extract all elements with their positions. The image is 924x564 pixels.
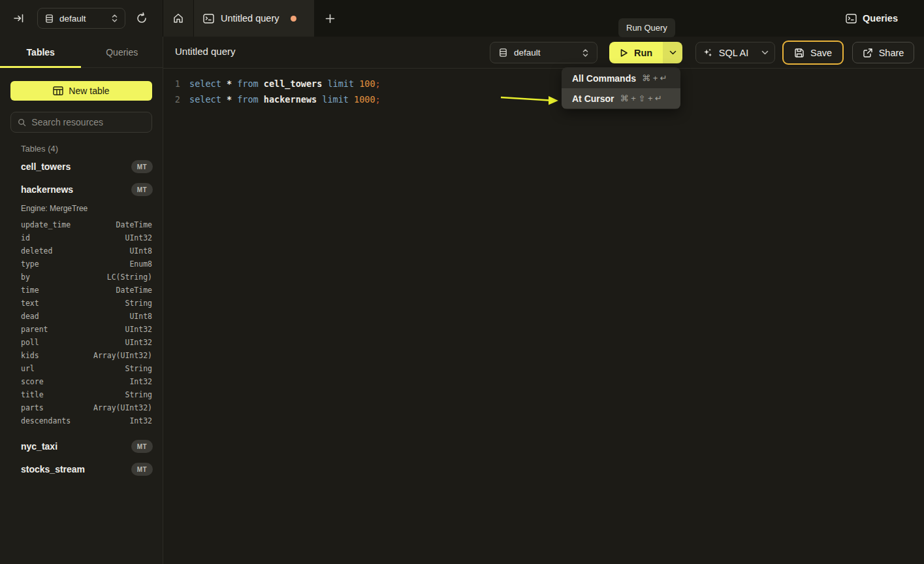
table-row-cell_towers[interactable]: cell_towersMT <box>0 156 163 177</box>
queries-label: Queries <box>863 13 898 24</box>
save-label: Save <box>810 48 832 58</box>
column-name: id <box>21 233 125 242</box>
column-row: descendantsInt32 <box>0 414 163 427</box>
run-options-menu: All Commands⌘ + ↵At Cursor⌘ + ⇧ + ↵ <box>562 67 680 109</box>
column-row: pollUInt32 <box>0 336 163 349</box>
line-number: 1 <box>163 76 180 91</box>
tab-label: Untitled query <box>221 13 279 24</box>
menu-item-all-commands[interactable]: All Commands⌘ + ↵ <box>562 68 680 88</box>
column-name: type <box>21 259 129 269</box>
column-row: deletedUInt8 <box>0 244 163 257</box>
column-type: UInt8 <box>129 312 152 321</box>
sql-ai-options-button[interactable] <box>755 42 774 63</box>
chevron-down-icon <box>761 50 769 55</box>
column-name: deleted <box>21 246 129 256</box>
table-name: cell_towers <box>21 161 131 172</box>
menu-item-at-cursor[interactable]: At Cursor⌘ + ⇧ + ↵ <box>562 88 680 108</box>
share-button[interactable]: Share <box>852 42 914 63</box>
menu-item-label: At Cursor <box>572 93 614 104</box>
column-name: time <box>21 286 116 295</box>
new-tab-button[interactable] <box>314 0 345 37</box>
sql-ai-label: SQL AI <box>719 48 748 58</box>
table-row-stocks_stream[interactable]: stocks_streamMT <box>0 459 163 480</box>
database-selector-value: default <box>59 14 106 24</box>
search-box[interactable] <box>10 112 152 133</box>
chevron-down-icon <box>669 50 677 55</box>
query-toolbar: Untitled query default Run <box>163 37 924 69</box>
sql-console: default <box>0 0 924 564</box>
updown-chevron-icon <box>111 14 118 23</box>
search-icon <box>18 118 26 127</box>
database-icon <box>498 48 508 58</box>
queries-terminal-icon <box>846 14 857 24</box>
table-row-hackernews[interactable]: hackernewsMT <box>0 179 163 200</box>
updown-chevron-icon <box>582 48 589 58</box>
database-selector-top[interactable]: default <box>37 8 125 29</box>
save-button[interactable]: Save <box>782 41 844 65</box>
column-type: DateTime <box>116 220 152 229</box>
column-row: titleString <box>0 388 163 401</box>
search-input[interactable] <box>31 117 145 127</box>
column-row: deadUInt8 <box>0 310 163 323</box>
column-name: text <box>21 299 125 308</box>
engine-badge: MT <box>131 183 153 196</box>
active-tab-underline <box>0 66 81 68</box>
tab-strip: Untitled query <box>163 0 924 37</box>
table-grid-icon <box>53 86 63 95</box>
column-row: partsArray(UInt32) <box>0 401 163 414</box>
table-engine-label: Engine: MergeTree <box>0 200 163 218</box>
column-name: descendants <box>21 416 129 425</box>
column-row: parentUInt32 <box>0 323 163 336</box>
sparkles-icon <box>703 48 713 58</box>
column-row: scoreInt32 <box>0 375 163 388</box>
tab-untitled-query[interactable]: Untitled query <box>194 0 314 37</box>
column-name: kids <box>21 351 93 360</box>
sql-ai-button[interactable]: SQL AI <box>696 48 755 58</box>
share-label: Share <box>879 48 904 58</box>
column-type: UInt8 <box>129 246 152 256</box>
column-name: update_time <box>21 220 116 229</box>
run-label: Run <box>634 48 652 58</box>
tables-section-label: Tables (4) <box>21 144 58 154</box>
run-button-group: Run <box>609 42 682 63</box>
column-type: String <box>125 364 152 373</box>
annotation-arrow <box>498 91 560 107</box>
menu-item-shortcut: ⌘ + ⇧ + ↵ <box>620 93 662 103</box>
save-icon <box>794 48 805 58</box>
database-selector-value: default <box>514 48 576 58</box>
column-name: poll <box>21 338 125 347</box>
column-name: parts <box>21 403 93 412</box>
refresh-icon[interactable] <box>135 12 148 25</box>
home-tab[interactable] <box>163 0 194 37</box>
share-icon <box>863 48 873 58</box>
column-type: Array(UInt32) <box>93 403 152 412</box>
sql-editor[interactable]: 1select * from cell_towers limit 100;2se… <box>163 69 924 564</box>
sidebar-tab-tables[interactable]: Tables <box>0 37 82 67</box>
collapse-sidebar-icon[interactable] <box>13 12 25 24</box>
column-name: score <box>21 377 129 386</box>
query-title: Untitled query <box>175 46 236 57</box>
line-code: select * from cell_towers limit 100; <box>180 76 381 91</box>
play-icon <box>620 48 628 58</box>
run-options-button[interactable] <box>663 42 682 63</box>
line-number: 2 <box>163 91 180 107</box>
terminal-icon <box>203 14 214 24</box>
top-bar: default <box>0 0 924 37</box>
table-name: stocks_stream <box>21 464 131 474</box>
sidebar: Tables Queries New table Tables (4) cell… <box>0 37 163 564</box>
column-row: urlString <box>0 362 163 375</box>
column-name: parent <box>21 325 125 334</box>
queries-button[interactable]: Queries <box>846 0 898 37</box>
new-table-label: New table <box>69 86 109 96</box>
column-row: byLC(String) <box>0 271 163 284</box>
column-row: typeEnum8 <box>0 257 163 271</box>
database-icon <box>44 14 54 24</box>
run-button[interactable]: Run <box>609 42 663 63</box>
column-row: update_timeDateTime <box>0 218 163 231</box>
new-table-button[interactable]: New table <box>10 81 152 101</box>
unsaved-changes-dot <box>291 16 296 22</box>
table-row-nyc_taxi[interactable]: nyc_taxiMT <box>0 436 163 457</box>
database-selector-toolbar[interactable]: default <box>490 42 597 63</box>
sidebar-tab-queries[interactable]: Queries <box>82 37 163 67</box>
column-type: Enum8 <box>129 259 152 269</box>
